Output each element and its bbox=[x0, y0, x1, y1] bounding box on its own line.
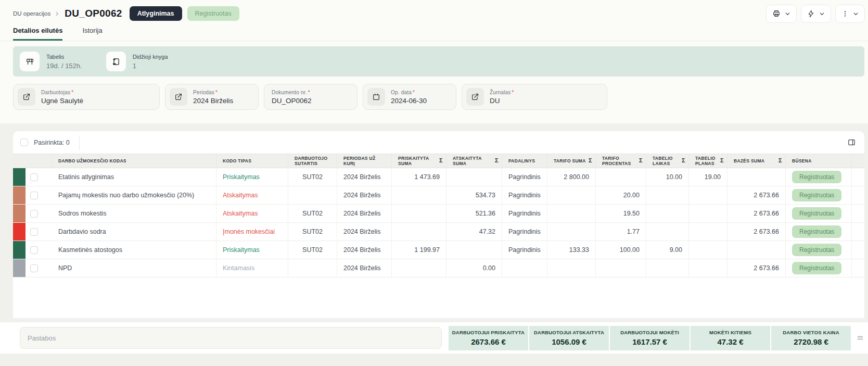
cell-department bbox=[502, 259, 547, 277]
row-checkbox[interactable] bbox=[30, 246, 38, 254]
more-options-button[interactable] bbox=[835, 5, 865, 23]
field-label: Op. data* bbox=[391, 90, 427, 95]
cell-base-sum bbox=[727, 241, 786, 259]
cell-status: Registruotas bbox=[786, 241, 852, 259]
header-cell-accrued[interactable]: PRISKAITYTA SUMAΣ bbox=[392, 154, 446, 168]
journal-field[interactable]: Žurnalas* DU bbox=[462, 84, 607, 110]
document-number-field[interactable]: Dokumento nr.* DU_OP0062 bbox=[264, 84, 358, 110]
print-button[interactable] bbox=[766, 5, 797, 23]
cell-base-sum bbox=[727, 168, 786, 186]
row-checkbox[interactable] bbox=[30, 192, 38, 199]
cell-base-sum: 2 673.66 bbox=[727, 186, 786, 204]
cell-department: Pagrindinis bbox=[502, 241, 547, 259]
tab-istorija[interactable]: Istorija bbox=[82, 27, 102, 41]
sum-icon[interactable]: Σ bbox=[680, 157, 685, 164]
quick-actions-button[interactable] bbox=[801, 5, 831, 23]
external-link-icon bbox=[18, 88, 35, 106]
cell-rate-sum: 133.33 bbox=[547, 241, 596, 259]
header-cell-deducted[interactable]: ATSKAITYTA SUMAΣ bbox=[446, 154, 502, 168]
totals-menu-icon[interactable] bbox=[856, 334, 864, 342]
cell-rate-sum bbox=[547, 259, 596, 277]
status-badge: Registruotas bbox=[792, 244, 841, 256]
tab-bar: Detalios eilutės Istorija bbox=[0, 27, 868, 41]
cell-timesheet-plan bbox=[689, 241, 727, 259]
cell-code: NPD bbox=[52, 259, 216, 277]
banner-item-tabelis[interactable]: Tabelis 19d. / 152h. bbox=[20, 52, 82, 71]
sum-icon[interactable]: Σ bbox=[776, 157, 782, 164]
sum-icon[interactable]: Σ bbox=[718, 157, 724, 164]
chevron-down-icon bbox=[819, 11, 825, 17]
breadcrumb-chevron-icon bbox=[54, 11, 60, 17]
status-badge: Registruotas bbox=[792, 262, 841, 274]
cell-deducted bbox=[446, 241, 502, 259]
external-link-icon bbox=[466, 88, 484, 106]
field-value: DU bbox=[490, 97, 514, 105]
lightning-bolt-icon bbox=[807, 10, 815, 18]
table-toolbar: Pasirinkta: 0 bbox=[13, 131, 864, 154]
required-marker: * bbox=[215, 90, 218, 95]
header-cell-base-sum[interactable]: BAZĖS SUMAΣ bbox=[727, 154, 786, 168]
header-cell-department[interactable]: PADALINYS bbox=[502, 154, 547, 168]
breadcrumb-link[interactable]: DU operacijos bbox=[13, 10, 50, 17]
header-cell-spacer bbox=[852, 154, 864, 168]
cell-status: Registruotas bbox=[786, 223, 852, 241]
table-row[interactable]: NPD Kintamasis 2024 Birželis 0.00 2 673.… bbox=[13, 259, 864, 277]
cell-deducted: 534.73 bbox=[446, 186, 502, 204]
notes-input[interactable] bbox=[20, 327, 442, 349]
period-field[interactable]: Periodas* 2024 Birželis bbox=[165, 84, 259, 110]
row-checkbox[interactable] bbox=[30, 173, 38, 181]
required-marker: * bbox=[512, 90, 514, 95]
cell-timesheet-time bbox=[646, 205, 689, 222]
row-checkbox[interactable] bbox=[30, 210, 38, 218]
table-row[interactable]: Etatinis atlyginimas Priskaitymas SUT02 … bbox=[13, 168, 864, 186]
cell-period: 2024 Birželis bbox=[337, 186, 392, 204]
header-cell-contract[interactable]: DARBUOTOJO SUTARTIS bbox=[288, 154, 337, 168]
sum-icon[interactable]: Σ bbox=[437, 157, 443, 164]
header-cell-period[interactable]: PERIODAS UŽ KURĮ bbox=[337, 154, 392, 168]
header-cell-timesheet-plan[interactable]: TABELIO PLANASΣ bbox=[689, 154, 727, 168]
cell-contract bbox=[288, 186, 337, 204]
select-all-checkbox[interactable] bbox=[20, 138, 28, 146]
row-checkbox[interactable] bbox=[30, 264, 38, 272]
cell-rate-percent: 20.00 bbox=[596, 186, 646, 204]
required-marker: * bbox=[71, 90, 73, 95]
cell-rate-sum: 2 800.00 bbox=[547, 168, 596, 186]
cell-department: Pagrindinis bbox=[502, 223, 547, 241]
field-value: 2024 Birželis bbox=[193, 97, 233, 105]
table-row[interactable]: Sodros mokestis Atskaitymas SUT02 2024 B… bbox=[13, 205, 864, 223]
cell-accrued bbox=[392, 259, 446, 277]
header-cell-timesheet-time[interactable]: TABELIO LAIKASΣ bbox=[646, 154, 689, 168]
operation-status-badge: Registruotas bbox=[187, 6, 239, 21]
cell-timesheet-plan bbox=[689, 259, 727, 277]
status-badge: Registruotas bbox=[792, 225, 841, 238]
cell-accrued: 1 199.97 bbox=[392, 241, 446, 259]
header-cell-rate-percent[interactable]: TARIFO PROCENTASΣ bbox=[596, 154, 646, 168]
table-row[interactable]: Pajamų mokestis nuo darbo užmokesčio (20… bbox=[13, 186, 864, 205]
header-cell-rate-sum[interactable]: TARIFO SUMAΣ bbox=[547, 154, 596, 168]
employee-field[interactable]: Darbuotojas* Ugnė Saulytė bbox=[13, 84, 160, 110]
field-label: Dokumento nr.* bbox=[272, 90, 312, 95]
printer-icon bbox=[772, 9, 781, 18]
metric-pay-others: MOKĖTI KITIEMS 47.32 € bbox=[691, 326, 770, 350]
banner-item-didzioji-knyga[interactable]: Didžioji knyga 1 bbox=[106, 52, 168, 71]
table-row[interactable]: Darbdavio sodra Įmonės mokesčiai SUT02 2… bbox=[13, 223, 864, 241]
column-settings-button[interactable] bbox=[847, 138, 856, 147]
row-checkbox[interactable] bbox=[30, 228, 38, 236]
sum-icon[interactable]: Σ bbox=[493, 157, 499, 164]
status-badge: Registruotas bbox=[792, 189, 841, 201]
cell-spacer bbox=[852, 223, 864, 241]
sum-icon[interactable]: Σ bbox=[586, 157, 592, 164]
cell-department: Pagrindinis bbox=[502, 186, 547, 204]
sum-icon[interactable]: Σ bbox=[637, 157, 643, 164]
header-cell-code-type[interactable]: KODO TIPAS bbox=[216, 154, 288, 168]
cell-rate-percent bbox=[596, 168, 646, 186]
cell-contract: SUT02 bbox=[288, 223, 337, 241]
field-value: Ugnė Saulytė bbox=[41, 97, 83, 105]
cell-accrued bbox=[392, 186, 446, 204]
header-cell-code[interactable]: DARBO UŽMOKESČIO KODAS bbox=[52, 154, 216, 168]
operation-date-field[interactable]: Op. data* 2024-06-30 bbox=[363, 84, 456, 110]
header-cell-status[interactable]: BŪSENA bbox=[786, 154, 852, 168]
table-row[interactable]: Kasmetinės atostogos Priskaitymas SUT02 … bbox=[13, 241, 864, 259]
tab-detalios-eilutes[interactable]: Detalios eilutės bbox=[13, 27, 62, 41]
status-badge: Registruotas bbox=[792, 207, 841, 220]
